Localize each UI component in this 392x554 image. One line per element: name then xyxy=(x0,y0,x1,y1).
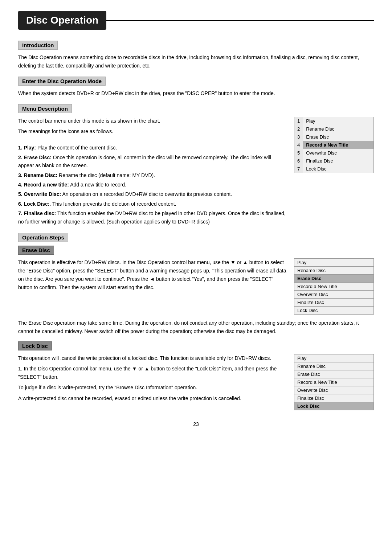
menu-num-cell: 5 xyxy=(294,149,303,157)
menu-label-cell: Play xyxy=(303,117,374,125)
lock-disc-section: Lock Disc This operation will .cancel th… xyxy=(18,341,374,410)
lock-disc-body4: A write-protected disc cannot be recorde… xyxy=(18,394,287,403)
erase-disc-menu-table: PlayRename DiscErase DiscRecord a New Ti… xyxy=(294,258,374,315)
menu-item-3-desc: 3. Rename Disc: Rename the disc (default… xyxy=(18,171,287,179)
erase-menu-cell: Lock Disc xyxy=(294,306,374,314)
lock-menu-cell: Erase Disc xyxy=(294,370,374,378)
lock-menu-cell: Finalize Disc xyxy=(294,394,374,402)
enter-mode-body: When the system detects DVD+R or DVD+RW … xyxy=(18,89,374,98)
introduction-body: The Disc Operation means something done … xyxy=(18,53,374,70)
menu-intro2: The meanings for the icons are as follow… xyxy=(18,127,287,136)
lock-disc-body2: 1. In the Disc Operation control bar men… xyxy=(18,365,287,381)
operation-steps-header: Operation Steps xyxy=(18,233,68,242)
menu-item-7-desc: 7. Finalise disc: This function enables … xyxy=(18,209,287,226)
menu-description-right: 1Play2Rename Disc3Erase Disc4Record a Ne… xyxy=(294,117,374,227)
lock-disc-body3: To judge if a disc is write-protected, t… xyxy=(18,383,287,392)
menu-num-cell: 6 xyxy=(294,157,303,165)
erase-menu-cell: Play xyxy=(294,258,374,266)
erase-menu-cell: Rename Disc xyxy=(294,266,374,274)
menu-description-content: The control bar menu under this mode is … xyxy=(18,117,374,227)
menu-description-left: The control bar menu under this mode is … xyxy=(18,117,287,227)
lock-disc-right: PlayRename DiscErase DiscRecord a New Ti… xyxy=(294,354,374,410)
erase-menu-cell: Erase Disc xyxy=(294,274,374,282)
erase-menu-cell: Record a New Title xyxy=(294,282,374,290)
menu-num-cell: 3 xyxy=(294,133,303,141)
title-bar: Disc Operation xyxy=(18,11,374,30)
lock-menu-cell: Lock Disc xyxy=(294,402,374,410)
menu-item-6-desc: 6. Lock Disc:. This function prevents th… xyxy=(18,200,287,208)
menu-num-cell: 2 xyxy=(294,125,303,133)
menu-item-2-desc: 2. Erase Disc: Once this operation is do… xyxy=(18,153,287,170)
enter-mode-section: Enter the Disc Operation Mode When the s… xyxy=(18,77,374,98)
erase-disc-left: This operation is effective for DVD+RW d… xyxy=(18,258,287,315)
menu-label-cell: Overwrite Disc xyxy=(303,149,374,157)
menu-table-numbered: 1Play2Rename Disc3Erase Disc4Record a Ne… xyxy=(294,117,374,173)
erase-disc-body1: This operation is effective for DVD+RW d… xyxy=(18,258,287,292)
operation-steps-section: Operation Steps Erase Disc This operatio… xyxy=(18,233,374,410)
menu-num-cell: 4 xyxy=(294,141,303,149)
menu-num-cell: 7 xyxy=(294,165,303,173)
menu-label-cell: Rename Disc xyxy=(303,125,374,133)
page-number: 23 xyxy=(18,421,374,427)
lock-disc-left: This operation will .cancel the write pr… xyxy=(18,354,287,410)
menu-item-1-desc: 1. Play: Play the content of the current… xyxy=(18,144,287,152)
erase-disc-header: Erase Disc xyxy=(18,246,54,255)
lock-disc-body1: This operation will .cancel the write pr… xyxy=(18,354,287,362)
lock-disc-menu-table: PlayRename DiscErase DiscRecord a New Ti… xyxy=(294,354,374,410)
lock-menu-cell: Play xyxy=(294,354,374,362)
erase-menu-cell: Overwrite Disc xyxy=(294,290,374,298)
lock-menu-cell: Rename Disc xyxy=(294,362,374,370)
lock-menu-cell: Overwrite Disc xyxy=(294,386,374,394)
enter-mode-text: When the system detects DVD+R or DVD+RW … xyxy=(18,89,374,98)
menu-item-4-desc: 4. Record a new title: Add a new title t… xyxy=(18,181,287,189)
enter-mode-header: Enter the Disc Operation Mode xyxy=(18,77,106,86)
introduction-section: Introduction The Disc Operation means so… xyxy=(18,41,374,70)
menu-num-cell: 1 xyxy=(294,117,303,125)
introduction-text: The Disc Operation means something done … xyxy=(18,53,374,70)
menu-description-header: Menu Description xyxy=(18,104,72,113)
lock-menu-cell: Record a New Title xyxy=(294,378,374,386)
menu-label-cell: Record a New Title xyxy=(303,141,374,149)
lock-disc-header: Lock Disc xyxy=(18,341,52,350)
erase-menu-cell: Finalize Disc xyxy=(294,298,374,306)
menu-label-cell: Lock Disc xyxy=(303,165,374,173)
menu-intro1: The control bar menu under this mode is … xyxy=(18,117,287,125)
page-title: Disc Operation xyxy=(18,11,106,30)
menu-label-cell: Finalize Disc xyxy=(303,157,374,165)
menu-label-cell: Erase Disc xyxy=(303,133,374,141)
erase-disc-body2: The Erase Disc operation may take some t… xyxy=(18,319,374,336)
erase-disc-right: PlayRename DiscErase DiscRecord a New Ti… xyxy=(294,258,374,315)
menu-description-section: Menu Description The control bar menu un… xyxy=(18,104,374,227)
lock-disc-content: This operation will .cancel the write pr… xyxy=(18,354,374,410)
erase-disc-content: This operation is effective for DVD+RW d… xyxy=(18,258,374,315)
erase-disc-section: Erase Disc This operation is effective f… xyxy=(18,246,374,336)
title-divider xyxy=(106,20,374,21)
introduction-header: Introduction xyxy=(18,41,58,50)
menu-item-5-desc: 5. Overwrite Disc: An operation on a rec… xyxy=(18,190,287,198)
